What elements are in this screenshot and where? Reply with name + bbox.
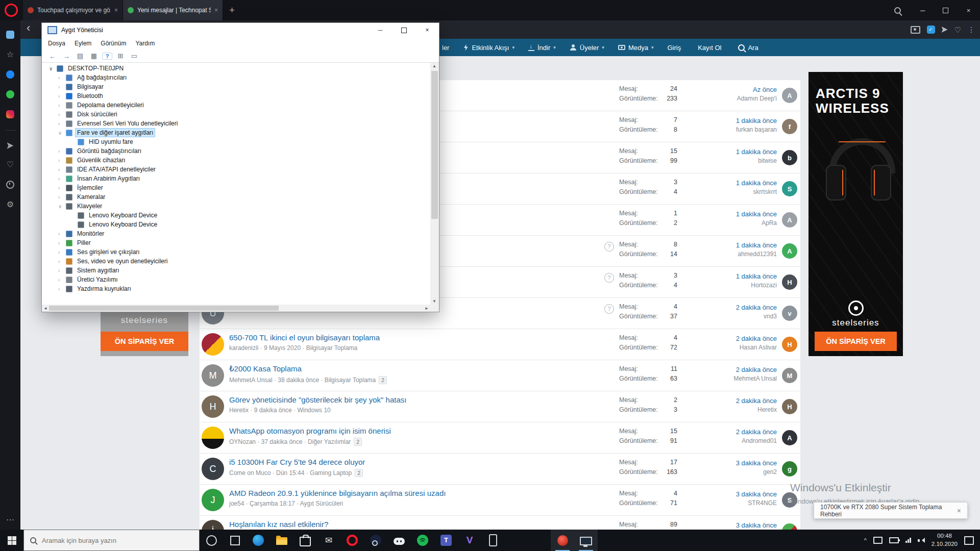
tree-chevron-icon[interactable]: › — [58, 249, 66, 255]
last-post-avatar[interactable]: v — [782, 306, 797, 321]
spotify-taskbar-button[interactable] — [411, 530, 434, 551]
tree-item-label[interactable]: İnsan Arabirim Aygıtları — [76, 174, 141, 183]
tree-chevron-icon[interactable]: › — [58, 231, 66, 237]
last-post-user[interactable]: bitwise — [685, 157, 777, 164]
last-post-time-link[interactable]: 3 dakika önce — [685, 521, 777, 529]
last-post-time-link[interactable]: 1 dakika önce — [685, 210, 777, 218]
dm-close-button[interactable]: × — [415, 23, 439, 37]
thread-author-avatar[interactable]: J — [202, 489, 224, 511]
display-tray-icon[interactable] — [873, 537, 883, 544]
thread-row[interactable]: C i5 10300H Far Cry 5'te 94 derece oluyo… — [200, 454, 800, 485]
snapshot-icon[interactable] — [911, 26, 920, 34]
tree-chevron-icon[interactable]: ∨ — [58, 204, 66, 209]
last-post-time-link[interactable]: 1 dakika önce — [685, 179, 777, 187]
last-post-user[interactable]: skrrtskrrt — [685, 188, 777, 195]
thread-author-avatar[interactable]: C — [202, 458, 224, 480]
tree-item-label[interactable]: Lenovo Keyboard Device — [87, 220, 159, 229]
tree-item[interactable]: › Bluetoo­th — [42, 91, 430, 101]
last-post-time-link[interactable]: 1 dakika önce — [685, 241, 777, 249]
last-post-user[interactable]: Heretix — [685, 406, 777, 413]
scrollbar-thumb[interactable] — [431, 71, 438, 219]
nav-item[interactable]: Ara — [738, 44, 761, 52]
scrollbar-thumb[interactable] — [49, 306, 279, 311]
file-explorer-taskbar-button[interactable] — [270, 530, 293, 551]
dm-minimize-button[interactable]: ─ — [369, 23, 392, 37]
tree-item[interactable]: › Piller — [42, 238, 430, 247]
last-post-user[interactable]: vnd3 — [685, 313, 777, 320]
thread-row[interactable]: 650-700 TL ikinci el oyun bilgisayarı to… — [200, 329, 800, 360]
horizontal-scrollbar[interactable] — [42, 305, 430, 312]
last-post-time-link[interactable]: 1 dakika önce — [685, 148, 777, 156]
tree-chevron-icon[interactable]: ∨ — [49, 66, 57, 71]
tree-item[interactable]: › IDE ATA/ATAPI denetleyiciler — [42, 165, 430, 174]
tree-item-label[interactable]: Sistem aygıtları — [76, 266, 121, 274]
tree-item-label[interactable]: Ses girişleri ve çıkışları — [76, 248, 141, 256]
tree-item-label[interactable]: İşlemciler — [76, 184, 105, 192]
bookmark-heart-icon[interactable]: ♡ — [954, 26, 961, 34]
instagram-icon[interactable] — [6, 110, 14, 118]
tree-item-label[interactable]: Monitörler — [76, 230, 106, 238]
window-minimize-button[interactable]: ─ — [911, 0, 934, 20]
taskbar-clock[interactable]: 00:48 2.10.2020 — [932, 532, 958, 548]
toolbar-button[interactable]: ⊞ — [115, 52, 126, 60]
browser-tab[interactable]: Touchpad çalışmıyor ve gö... × — [23, 0, 123, 20]
tree-item[interactable]: › Sistem aygıtları — [42, 266, 430, 275]
tree-item-label[interactable]: Lenovo Keyboard Device — [87, 211, 159, 219]
last-post-time-link[interactable]: 2 dakika önce — [685, 397, 777, 405]
menu-item[interactable]: Yardım — [131, 40, 159, 47]
tree-item-label[interactable]: Görüntü bağdaştırıcıları — [76, 147, 143, 155]
menu-item[interactable]: Eylem — [70, 40, 96, 47]
last-post-time-link[interactable]: 2 dakika önce — [685, 304, 777, 311]
tree-chevron-icon[interactable]: › — [58, 121, 66, 127]
last-post-avatar[interactable]: b — [782, 150, 797, 165]
nav-item[interactable]: Medya ▾ — [618, 44, 654, 52]
notification-toast[interactable]: 10700K ve RTX 2080 Super Sistem Toplama … — [814, 502, 968, 519]
last-post-time-link[interactable]: 2 dakika önce — [685, 366, 777, 373]
adblock-shield-icon[interactable]: ✓ — [927, 26, 935, 34]
tree-item[interactable]: › Bilgisayar — [42, 82, 430, 91]
new-tab-button[interactable]: + — [229, 5, 235, 16]
tree-chevron-icon[interactable]: › — [58, 112, 66, 117]
thread-row[interactable]: J AMD Radeon 20.9.1 yüklenince bilgisaya… — [200, 485, 800, 516]
page-number-badge[interactable]: 2 — [355, 469, 363, 477]
task-view-button[interactable] — [223, 530, 247, 551]
last-post-user[interactable]: Andromed01 — [685, 437, 777, 444]
action-center-icon[interactable] — [964, 536, 974, 545]
tree-chevron-icon[interactable]: › — [58, 103, 66, 108]
tree-chevron-icon[interactable]: › — [58, 286, 66, 292]
speed-dial-icon[interactable] — [6, 31, 14, 39]
toast-close-icon[interactable]: × — [957, 507, 961, 515]
tree-chevron-icon[interactable]: › — [58, 240, 66, 246]
easy-setup-icon[interactable]: ⋮ — [968, 26, 975, 33]
settings-gear-icon[interactable]: ⚙ — [7, 201, 14, 209]
device-manager-titlebar[interactable]: Aygıt Yöneticisi ─ × — [42, 23, 439, 37]
opera-taskbar-button[interactable] — [340, 530, 364, 551]
toolbar-button[interactable]: ← — [47, 52, 58, 60]
last-post-time-link[interactable]: 3 dakika önce — [685, 490, 777, 498]
last-post-user[interactable]: furkan başaran — [685, 126, 777, 133]
last-post-time-link[interactable]: 2 dakika önce — [685, 428, 777, 436]
tree-chevron-icon[interactable]: ∨ — [58, 130, 66, 136]
thread-row[interactable]: H Görev yöneticisinde "gösterilecek bir … — [200, 391, 800, 422]
last-post-time-link[interactable]: Az önce — [685, 86, 777, 93]
last-post-user[interactable]: ahmedd12391 — [685, 251, 777, 258]
last-post-user[interactable]: MehmetA Unsal — [685, 375, 777, 382]
steelseries-ad-right[interactable]: ARCTIS 9 WIRELESS steelseries ÖN SİPARİŞ… — [808, 72, 903, 356]
last-post-avatar[interactable]: g — [782, 461, 797, 477]
last-post-avatar[interactable]: f — [782, 119, 797, 134]
teams-taskbar-button[interactable]: T — [434, 530, 458, 551]
tree-chevron-icon[interactable]: › — [58, 176, 66, 182]
last-post-avatar[interactable]: H — [782, 274, 797, 290]
tree-item[interactable]: ∨ Fare ve diğer işaret aygıtları — [42, 128, 430, 137]
tree-chevron-icon[interactable]: › — [58, 148, 66, 154]
network-tray-icon[interactable] — [905, 538, 911, 543]
thread-author-avatar[interactable] — [202, 333, 224, 356]
tree-item-label[interactable]: Yazdırma kuyrukları — [76, 285, 133, 293]
personal-news-heart-icon[interactable]: ♡ — [7, 161, 14, 169]
tree-item-label[interactable]: Üretici Yazılımı — [76, 276, 119, 284]
tree-item-label[interactable]: Ağ bağdaştırıcıları — [76, 73, 128, 82]
last-post-user[interactable]: STR4NGE — [685, 499, 777, 507]
tree-item-label[interactable]: Piller — [76, 239, 92, 247]
tree-item[interactable]: ∨ DESKTOP-TIE0JPN — [42, 64, 430, 73]
tree-item-label[interactable]: IDE ATA/ATAPI denetleyiciler — [76, 165, 157, 173]
